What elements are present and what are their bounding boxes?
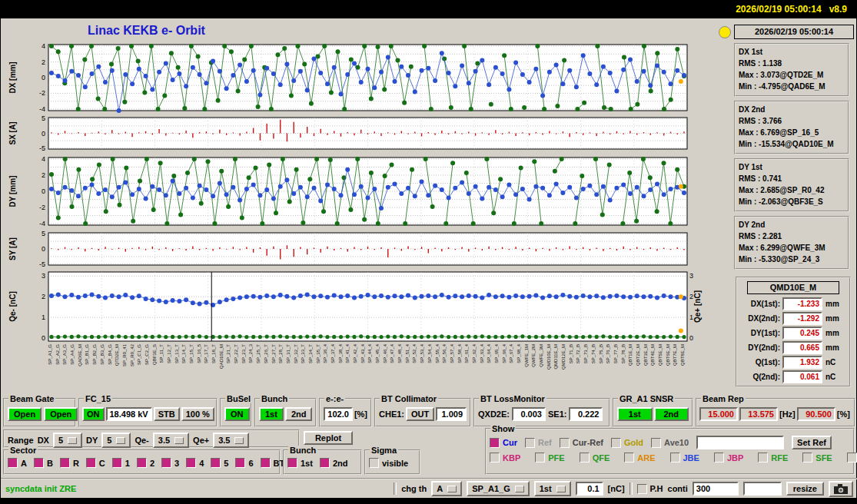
show-ref-checkbox[interactable]: Ref: [525, 438, 552, 448]
bpm-readout-row: Q(2nd):0.061nC: [737, 370, 849, 384]
sector-bt-checkbox[interactable]: BT: [261, 458, 285, 468]
svg-text:SP_74_B: SP_74_B: [591, 344, 596, 363]
beam-rep-label: Beam Rep: [701, 394, 746, 403]
checkbox-indicator: [490, 438, 500, 448]
svg-text:QBT5E_M: QBT5E_M: [658, 344, 663, 366]
gr-snsr-2nd-button[interactable]: 2nd: [654, 407, 689, 421]
qe-plot[interactable]: Qe- [nC]32103210Qe+ [nC]: [7, 272, 703, 341]
svg-text:SP_34_T: SP_34_T: [308, 344, 313, 363]
show-qfe-checkbox[interactable]: QFE: [580, 453, 610, 463]
replot-button[interactable]: Replot: [304, 431, 353, 445]
readout-unit: nC: [825, 373, 835, 381]
bunch-select-label: Bunch: [288, 446, 317, 455]
show-cur-checkbox[interactable]: Cur: [490, 438, 517, 448]
checkbox-label: Ave10: [664, 438, 689, 447]
svg-text:SP_13_T: SP_13_T: [174, 344, 179, 363]
svg-text:QWFE_3M: QWFE_3M: [539, 344, 543, 367]
range-dx-menu[interactable]: 5: [53, 433, 82, 448]
checkbox-indicator: [320, 458, 330, 468]
interval-entry[interactable]: 300: [693, 482, 739, 496]
svg-text:SP_44_4: SP_44_4: [367, 343, 372, 363]
svg-text:1: 1: [42, 313, 45, 321]
sector-b-checkbox[interactable]: B: [34, 458, 53, 468]
svg-text:SP_R0_42: SP_R0_42: [130, 343, 135, 366]
aux-entry[interactable]: [743, 482, 782, 496]
checkbox-label: 4: [199, 459, 204, 468]
sigma-visible-checkbox[interactable]: visible: [369, 458, 408, 468]
show-ave10-checkbox[interactable]: Ave10: [651, 438, 689, 448]
sector-1-checkbox[interactable]: 1: [112, 458, 130, 468]
svg-text:SP_28_T: SP_28_T: [278, 344, 283, 363]
beam-gate-open-1-button[interactable]: Open: [8, 407, 42, 421]
set-ref-button[interactable]: Set Ref: [792, 436, 832, 449]
svg-text:QBT7E_M: QBT7E_M: [673, 344, 677, 366]
readout-unit: nC: [825, 358, 835, 366]
svg-text:SP_B4_G: SP_B4_G: [108, 344, 112, 365]
sector-a-checkbox[interactable]: A: [8, 458, 27, 468]
checkbox-label: ARE: [637, 453, 655, 463]
fc15-on-button[interactable]: ON: [82, 407, 105, 421]
gr-snsr-1st-button[interactable]: 1st: [617, 407, 653, 421]
che1-out-button[interactable]: OUT: [406, 407, 434, 421]
show-gold-checkbox[interactable]: Gold: [611, 438, 643, 448]
show-zre-checkbox[interactable]: ZRE: [847, 453, 857, 463]
bottom-strip: [1, 498, 856, 504]
resize-button[interactable]: resize: [786, 482, 824, 496]
range-qe--menu[interactable]: 3.5: [213, 433, 249, 448]
checkbox-indicator: [369, 458, 379, 468]
checkbox-indicator: [186, 458, 196, 468]
sector-6-checkbox[interactable]: 6: [235, 458, 253, 468]
bunch-2nd-button[interactable]: 2nd: [285, 407, 313, 421]
show-pfe-checkbox[interactable]: PFE: [535, 453, 564, 463]
readout-unit: mm: [825, 343, 839, 352]
titlebar: 2026/02/19 05:00:14 v8.9: [1, 0, 856, 18]
svg-text:SP_23_T: SP_23_T: [241, 344, 246, 363]
threshold-scope-menu[interactable]: A: [431, 481, 462, 496]
show-kbp-checkbox[interactable]: KBP: [490, 453, 520, 463]
range-qe--menu[interactable]: 3.5: [153, 433, 189, 448]
show-jbe-checkbox[interactable]: JBE: [670, 453, 699, 463]
threshold-entry[interactable]: 0.1: [576, 482, 603, 496]
checkbox-indicator: [34, 458, 44, 468]
dy-plot[interactable]: DY [mm]420-2-4: [7, 158, 703, 225]
checkbox-indicator: [86, 458, 96, 468]
bunch-select-menu[interactable]: 1st: [534, 481, 571, 496]
sy-plot[interactable]: SY [A]50-5: [7, 233, 703, 265]
show-cur-ref-checkbox[interactable]: Cur-Ref: [560, 438, 603, 448]
show-rfe-checkbox[interactable]: RFE: [758, 453, 788, 463]
sector-3-checkbox[interactable]: 3: [161, 458, 179, 468]
svg-text:SP_78_B: SP_78_B: [621, 344, 626, 363]
checkbox-label: A: [21, 459, 27, 468]
ref-name-entry[interactable]: [696, 436, 784, 449]
svg-text:SP_A4_G: SP_A4_G: [70, 344, 75, 365]
bunch-1st-button[interactable]: 1st: [259, 407, 284, 421]
beam-gate-open-2-button[interactable]: Open: [44, 407, 78, 421]
show-sfe-checkbox[interactable]: SFE: [802, 453, 832, 463]
sector-group: Sector ABRC123456BT: [3, 449, 281, 475]
heartbeat-indicator: [719, 26, 731, 38]
show-jbp-checkbox[interactable]: JBP: [714, 453, 743, 463]
sx-plot[interactable]: SX [A]50-5: [7, 118, 703, 149]
sector-c-checkbox[interactable]: C: [86, 458, 105, 468]
sector-r-checkbox[interactable]: R: [60, 458, 79, 468]
checkbox-indicator: [714, 453, 724, 463]
bunch-1st-checkbox[interactable]: 1st: [287, 458, 313, 468]
qxd2e-value: 0.003: [512, 407, 546, 421]
show-are-checkbox[interactable]: ARE: [624, 453, 655, 463]
busel-on-button[interactable]: ON: [224, 407, 250, 421]
snapshot-button[interactable]: [829, 481, 853, 497]
fc15-percent-button[interactable]: 100 %: [181, 407, 214, 421]
ph-checkbox[interactable]: P.H: [637, 484, 663, 494]
dx-plot[interactable]: DX [mm]420-2-4: [7, 45, 703, 111]
stat-line: Max : 3.073@QTD2E_M: [739, 69, 845, 81]
fc15-stb-button[interactable]: STB: [154, 407, 180, 421]
sector-2-checkbox[interactable]: 2: [137, 458, 154, 468]
bpm-select-menu[interactable]: SP_A1_G: [467, 481, 530, 496]
bunch-2nd-checkbox[interactable]: 2nd: [320, 458, 348, 468]
range-dy-menu[interactable]: 5: [101, 433, 131, 448]
stat-box-dy-1st: DY 1stRMS : 0.741Max : 2.685@SP_R0_42Min…: [734, 158, 849, 212]
sector-5-checkbox[interactable]: 5: [211, 458, 228, 468]
ee-ratio-value: 102.0: [324, 407, 353, 421]
stat-line: RMS : 2.281: [739, 230, 845, 242]
sector-4-checkbox[interactable]: 4: [186, 458, 204, 468]
